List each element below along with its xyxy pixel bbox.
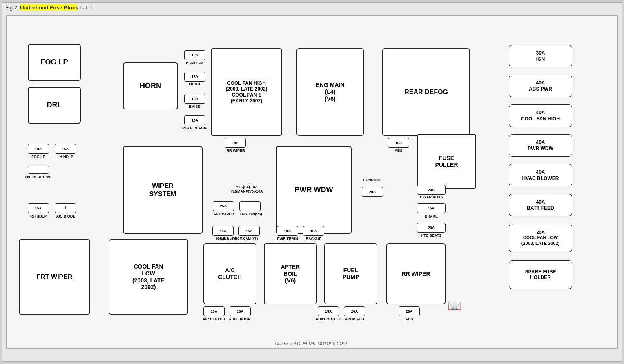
fuse-pwr-wdw: PWR WDW — [276, 146, 352, 234]
fuse-fuel-pump: FUEL PUMP — [324, 243, 377, 304]
fuse-sunroof: 20A — [362, 187, 383, 197]
fuse-pwr-wdw-40a: 40APWR WDW — [509, 134, 572, 157]
fuse-abs-pwr-40a: 40AABS PWR — [509, 75, 572, 97]
fuse-puller: FUSE PULLER — [417, 134, 476, 189]
fuse-fog-lp-10a: 10A — [28, 144, 49, 154]
label-abs-10a: ABS — [391, 149, 406, 153]
label-cigar-aux2: CIGAR/AUX 2 — [413, 195, 450, 200]
fuse-cool-fan-low-20a: 20ACOOL FAN LOW(2003, LATE 2002) — [509, 224, 572, 252]
fuse-ac-diode: ⊥ — [55, 203, 76, 213]
fuse-fuel-pump-10a: 10A — [230, 306, 251, 316]
fuse-eng-main: ENG MAIN (L4) (V6) — [296, 48, 364, 136]
fuse-ecm-cam-v6: 15A — [238, 226, 260, 236]
fuse-prem-aud: 20A — [344, 306, 365, 316]
fuse-horn-15a: 15A — [184, 72, 205, 82]
label-prem-aud: PREM AUD — [341, 317, 368, 322]
label-ign-inj-combined: IGN/INJ(L4)/ECM/CAM (V6) — [207, 237, 267, 241]
fuse-cool-fan-high: COOL FAN HIGH (2003, LATE 2002) COOL FAN… — [211, 48, 282, 136]
label-ac-diode: A/C DIODE — [51, 214, 80, 219]
label-oil-reset: OIL RESET SW — [21, 175, 56, 180]
label-rear-defog-25a: REAR DEFOG — [176, 126, 213, 131]
book-icon: 📖 — [448, 299, 462, 313]
fuse-pwr-train: 10A — [277, 226, 298, 236]
fuse-rear-defog-25a: 25A — [184, 115, 205, 125]
fuse-batt-feed-40a: 40ABATT FEED — [509, 194, 572, 216]
label-rh-hdlp: RH HDLP — [26, 214, 51, 219]
fuse-spare-holder: SPARE FUSE HOLDER — [509, 260, 572, 289]
fuse-frt-wiper-25a: 25A — [213, 201, 234, 211]
fuse-abs-bottom: 20A — [399, 306, 420, 316]
label-backup: BACKUP — [301, 237, 327, 241]
fuse-rear-defog: REAR DEFOG — [382, 48, 470, 136]
fuse-backup: 10A — [303, 226, 324, 236]
fuse-ign-30a: 30AIGN — [509, 45, 572, 67]
label-horn-15a: HORN — [181, 82, 208, 87]
fuse-ac-clutch-10a: 10A — [203, 306, 225, 316]
fuse-brake: 15A — [417, 203, 446, 213]
label-rr-wiper-15a: RR WIPER — [221, 149, 250, 153]
label-eng-ign-v6: ENG IGN(V6) — [234, 212, 267, 217]
fuse-after-boil: AFTER BOIL (V6) — [264, 243, 317, 304]
label-emiss: EMISS — [181, 104, 208, 109]
fuse-wiper-system: WIPER SYSTEM — [123, 146, 203, 234]
label-abs-bottom: ABS — [402, 317, 417, 322]
fuse-htd-seats: 20A — [417, 223, 446, 233]
fuse-aux1-outlet: 15A — [318, 306, 339, 316]
label-lh-hdlp: LH HDLP — [53, 155, 77, 159]
fuse-eng-ign-v6-box — [239, 201, 261, 211]
label-sunroof: SUNROOF — [357, 178, 388, 182]
title-bar: Fig 2: Underhood Fuse Block Label — [5, 4, 93, 11]
label-brake: BRAKE — [422, 214, 440, 219]
label-ecm-tcm: ECM/TCM — [181, 61, 208, 65]
fuse-oil-reset — [28, 166, 49, 174]
fuse-drl: DRL — [28, 87, 81, 124]
fuse-hvac-blower-40a: 40AHVAC BLOWER — [509, 164, 572, 186]
fuse-ac-clutch: A/C CLUTCH — [203, 243, 256, 304]
label-fog-lp-10a: FOG LP — [28, 155, 49, 159]
label-aux1-outlet: AUX1 OUTLET — [314, 317, 343, 322]
fuse-ign-inj-l4: 15A — [212, 226, 234, 236]
fuse-lh-hdlp: 15A — [55, 144, 76, 154]
outer-frame: Fig 2: Underhood Fuse Block Label FOG LP… — [2, 2, 622, 362]
fuse-rr-wiper-big: RR WIPER — [386, 243, 446, 304]
fuse-abs-10a: 10A — [388, 138, 409, 148]
fuse-cool-fan-low: COOL FAN LOW (2003, LATE 2002) — [109, 239, 188, 315]
fuse-emiss: 10A — [184, 94, 205, 104]
label-etc-inj: ETC(L4)-15AINJ/MANF(V6)-10A — [214, 185, 279, 194]
fuse-rr-wiper-15a: 15A — [225, 138, 246, 148]
title-prefix: Fig 2: — [5, 4, 20, 11]
label-ac-clutch-10a: A/C CLUTCH — [201, 317, 227, 322]
label-frt-wiper-25a: FRT WIPER — [210, 212, 238, 217]
label-fuel-pump-10a: FUEL PUMP — [226, 317, 254, 322]
label-pwr-train: PWR TRAIN — [274, 237, 301, 241]
title-suffix: Label — [78, 4, 92, 11]
fuse-ecm-tcm: 10A — [184, 50, 205, 60]
fuse-cool-fan-high-40a: 40ACOOL FAN HIGH — [509, 104, 572, 127]
fuse-cigar-aux2: 20A — [417, 185, 446, 195]
label-htd-seats: HTD SEATS — [414, 233, 448, 238]
title-highlight: Underhood Fuse Block — [20, 4, 78, 11]
fuse-horn: HORN — [123, 62, 178, 109]
fuse-fog-lp: FOG LP — [28, 44, 81, 81]
fuse-rh-hdlp: 15A — [28, 203, 49, 213]
fuse-frt-wiper: FRT WIPER — [19, 239, 90, 315]
courtesy-text: Courtesy of GENERAL MOTORS CORP. — [275, 342, 349, 346]
diagram-area: FOG LP DRL HORN 10A ECM/TCM 15A HORN 10A… — [6, 15, 618, 349]
